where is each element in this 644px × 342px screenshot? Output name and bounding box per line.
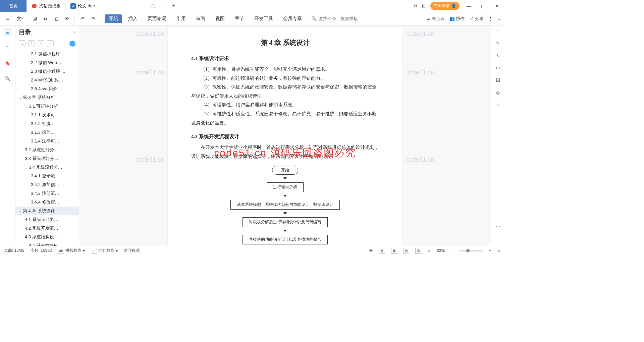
toc-item[interactable]: ⌄3.1 可行性分析 xyxy=(15,102,79,111)
login-button[interactable]: 立即登录👤 xyxy=(430,2,460,10)
grid-icon[interactable]: ⊞ xyxy=(422,3,426,8)
ribbon-tab-view[interactable]: 视图 xyxy=(211,12,229,25)
ribbon-tab-vip[interactable]: 会员专享 xyxy=(279,12,306,25)
ribbon-tab-insert[interactable]: 插入 xyxy=(124,12,142,25)
chevron-down-icon[interactable]: ⌄ xyxy=(19,209,21,213)
remove-level-icon[interactable]: − xyxy=(47,40,54,47)
close-icon[interactable]: × xyxy=(159,3,162,9)
tab-document[interactable]: W 论文.doc ▢ × xyxy=(66,0,167,12)
toc-item[interactable]: 2.3 微信小程序 … xyxy=(15,67,79,76)
expand-icon[interactable]: ↕ xyxy=(497,28,499,33)
ribbon-tab-review[interactable]: 审阅 xyxy=(192,12,209,25)
tab-template[interactable]: 找稻壳模板 xyxy=(27,0,66,12)
preview-icon[interactable]: 👁 xyxy=(62,14,71,23)
ribbon-tab-start[interactable]: 开始 xyxy=(105,14,122,23)
toc-item[interactable]: 3.1.4 法律可… xyxy=(15,137,79,146)
more-icon[interactable]: ⋮ xyxy=(488,16,493,21)
toc-item[interactable]: 3.4.4 修改密… xyxy=(15,198,79,207)
add-level-icon[interactable]: + xyxy=(38,40,44,47)
toc-item[interactable]: 2.4 MYSQL 数… xyxy=(15,76,79,84)
ribbon-tab-chapter[interactable]: 章节 xyxy=(231,12,248,25)
word-count[interactable]: 字数: 10982 xyxy=(31,248,52,253)
minimize-button[interactable]: — xyxy=(464,3,474,9)
share-button[interactable]: ↗ 分享 xyxy=(469,16,484,22)
chevron-down-icon[interactable]: ⌄ xyxy=(19,96,21,100)
toc-item[interactable]: 3.4.3 注册流… xyxy=(15,189,79,198)
bookmark-rail-icon[interactable]: 🔖 xyxy=(4,59,12,67)
zoom-out-icon[interactable]: − xyxy=(451,248,453,253)
search-input[interactable] xyxy=(319,16,369,21)
toc-item[interactable]: 3.2 系统性能分… xyxy=(15,146,79,154)
image-icon[interactable]: 🖼 xyxy=(496,78,500,83)
file-menu[interactable]: 文件 xyxy=(14,16,28,22)
document-area[interactable]: code51.cn code51.cn code51.cn code51.cn … xyxy=(79,25,491,246)
ribbon-tab-reference[interactable]: 引用 xyxy=(172,12,190,25)
toc-item[interactable]: 4.1 系统设计要… xyxy=(15,215,79,224)
view-page-icon[interactable]: ▤ xyxy=(379,248,385,254)
toc-item[interactable]: 2.1 微信小程序 xyxy=(15,50,79,58)
link-icon[interactable]: ⊶ xyxy=(496,65,500,70)
toc-item[interactable]: 3.4.2 添加信… xyxy=(15,180,79,189)
expand-all-icon[interactable]: ⌃ xyxy=(28,40,35,47)
ribbon-tab-devtools[interactable]: 开发工具 xyxy=(250,12,277,25)
menu-icon[interactable]: ≡ xyxy=(3,14,12,23)
view-web-icon[interactable]: ▧ xyxy=(415,248,421,254)
sync-icon[interactable] xyxy=(69,41,75,47)
outline-close-icon[interactable]: × xyxy=(73,30,75,35)
close-button[interactable]: ✕ xyxy=(492,3,502,9)
eye-icon[interactable]: 👁 xyxy=(369,248,373,253)
collab-button[interactable]: 👥 协作 xyxy=(449,16,465,22)
compass-icon[interactable]: ◎ xyxy=(496,90,500,95)
toc-item-label: 3.4.2 添加信… xyxy=(31,182,59,188)
tab-add[interactable]: + xyxy=(167,2,180,9)
cloud-status[interactable]: ☁ 未上云 xyxy=(426,16,445,22)
toc-item[interactable]: 3.4.1 登录流… xyxy=(15,172,79,180)
flow-node: 对模块分解后进行详细设计以及代码编写 xyxy=(243,217,328,227)
pen-icon[interactable]: ✎ xyxy=(496,41,500,46)
toc-item[interactable]: ⌄4.4 系统数据库… xyxy=(15,241,79,246)
toc-item[interactable]: ⌄3.4 系统流程分… xyxy=(15,163,79,172)
fit-icon[interactable]: ⤢ xyxy=(427,248,431,253)
folder-rail-icon[interactable]: 🗀 xyxy=(4,44,12,52)
toc-item[interactable]: 2.5 Java 简介 xyxy=(15,84,79,93)
zoom-in-icon[interactable]: + xyxy=(489,248,491,253)
toc-item[interactable]: 3.1.1 技术可… xyxy=(15,111,79,119)
cursor-icon[interactable]: ↖ xyxy=(496,53,500,58)
outline-rail-icon[interactable]: ☰ xyxy=(4,28,12,36)
maximize-button[interactable]: ▢ xyxy=(478,3,488,9)
toc-item[interactable]: 3.3 系统功能分… xyxy=(15,154,79,163)
settings-icon[interactable]: ⋯ xyxy=(496,224,500,229)
toc-item[interactable]: ⌄第 4 章 系统设计 xyxy=(15,207,79,215)
view-read-icon[interactable]: ▦ xyxy=(391,248,397,254)
tab-home[interactable]: 首页 xyxy=(0,0,27,12)
toc-item[interactable]: 4.2 系统开发流… xyxy=(15,224,79,233)
ribbon-tab-layout[interactable]: 页面布局 xyxy=(144,12,170,25)
book-icon[interactable]: ⎙ xyxy=(497,103,499,108)
chevron-down-icon[interactable]: ⌄ xyxy=(497,16,501,21)
fullscreen-icon[interactable]: ⤡ xyxy=(497,248,500,253)
toc-item[interactable]: ⌄第 3 章 系统分析 xyxy=(15,93,79,102)
search-rail-icon[interactable]: 🔍 xyxy=(4,74,12,82)
chevron-down-icon[interactable]: ⌄ xyxy=(25,105,28,108)
redo-icon[interactable]: ↷ xyxy=(89,14,98,23)
layout-icon[interactable]: ⧉ xyxy=(414,3,417,9)
content-check-button[interactable]: ✓内容检查 ▾ xyxy=(91,248,118,254)
toc-item[interactable]: 3.1.3 操作… xyxy=(15,128,79,137)
print-icon[interactable]: 🖨 xyxy=(52,14,60,23)
zoom-slider[interactable] xyxy=(459,250,483,251)
chevron-down-icon[interactable]: ⌄ xyxy=(25,244,28,246)
toc-item[interactable]: 3.1.2 经济… xyxy=(15,119,79,128)
view-outline-icon[interactable]: ▥ xyxy=(403,248,409,254)
toc-item[interactable]: 2.2 微信 Web … xyxy=(15,58,79,67)
undo-icon[interactable]: ↶ xyxy=(78,14,87,23)
save-icon[interactable]: 🖫 xyxy=(30,14,39,23)
page-indicator[interactable]: 页面: 16/33 xyxy=(4,248,24,253)
toc-item[interactable]: 4.3 系统结构设… xyxy=(15,233,79,241)
collapse-all-icon[interactable]: ⌄ xyxy=(19,40,25,47)
compat-mode[interactable]: 兼容模式 xyxy=(124,248,140,253)
saveas-icon[interactable]: 🖬 xyxy=(41,14,50,23)
chevron-down-icon[interactable]: ⌄ xyxy=(25,166,28,169)
zoom-level[interactable]: 80% xyxy=(437,248,445,253)
spellcheck-button[interactable]: ab拼写检查 ▾ xyxy=(58,248,85,254)
window-mode-icon[interactable]: ▢ xyxy=(151,3,156,9)
